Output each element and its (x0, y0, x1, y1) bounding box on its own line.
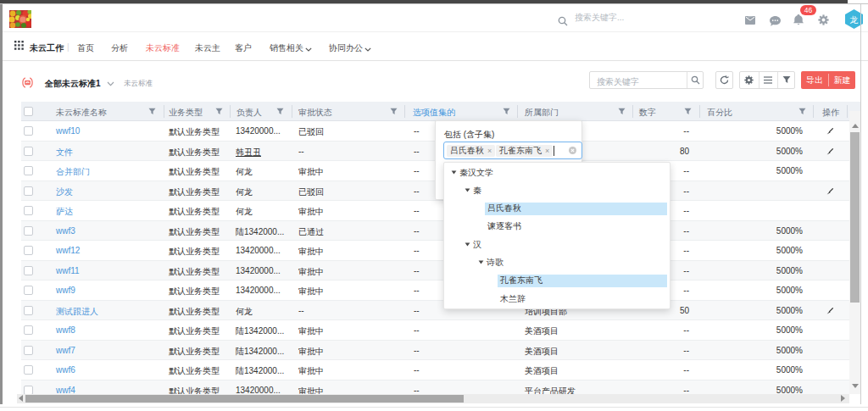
svg-text:龙: 龙 (850, 15, 859, 25)
